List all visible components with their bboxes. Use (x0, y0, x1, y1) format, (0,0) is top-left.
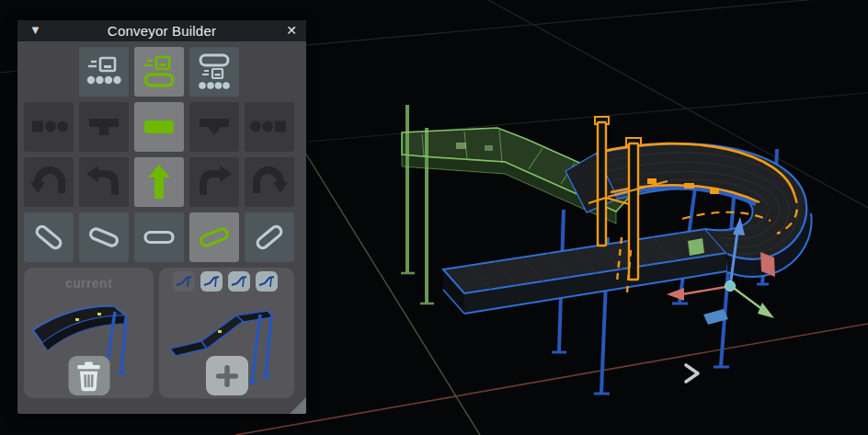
gizmo-x-arrow[interactable] (682, 286, 731, 294)
conveyor-type-belt-machine-dots-button[interactable] (189, 47, 239, 97)
direction-uturn-right-button[interactable] (245, 157, 294, 207)
belt-shape-tee-block-button[interactable] (79, 102, 129, 152)
saved-thumbnail-2[interactable] (200, 271, 223, 292)
slope-slope-flat-button[interactable] (134, 212, 184, 262)
slope-slope-up-button[interactable] (189, 212, 239, 262)
resize-handle[interactable] (290, 397, 306, 414)
slope-up-icon (194, 217, 234, 258)
tool-row-conveyor-type (24, 47, 300, 97)
current-label: current (24, 276, 154, 291)
uturn-right-icon (249, 162, 290, 202)
tool-row-slope (24, 212, 300, 262)
gizmo-center[interactable] (725, 281, 736, 292)
tool-row-direction (24, 157, 300, 207)
square-dot-dot-icon (29, 107, 69, 147)
x-axis-line (235, 324, 868, 435)
add-button[interactable] (206, 356, 248, 395)
collapse-triangle-icon[interactable]: ▼ (29, 22, 41, 39)
plus-icon (210, 359, 245, 394)
turn-left-icon (84, 162, 124, 202)
close-icon[interactable]: ✕ (286, 22, 297, 40)
tool-grid (17, 41, 306, 262)
mini-conveyor-icon (257, 273, 276, 290)
direction-straight-button[interactable] (134, 157, 184, 207)
gizmo-y-arrow[interactable] (731, 286, 763, 310)
direction-uturn-left-button[interactable] (24, 157, 74, 207)
piece-cards: current (17, 268, 306, 398)
slope-flat-icon (139, 217, 179, 258)
turn-right-icon (194, 162, 234, 202)
belt-shape-square-dot-dot-button[interactable] (24, 102, 74, 152)
gizmo-plane-green[interactable] (688, 238, 704, 256)
mini-conveyor-icon (230, 273, 248, 290)
conveyor-type-machine-dots-button[interactable] (79, 47, 129, 97)
belt-shape-tee-arrow-button[interactable] (189, 102, 239, 152)
saved-pieces-card (159, 268, 294, 398)
uturn-left-icon (29, 162, 69, 202)
delete-button[interactable] (68, 356, 109, 395)
mini-conveyor-icon (202, 273, 221, 290)
slope-slope-steep-down-button[interactable] (24, 212, 74, 262)
gizmo-x-arrowhead[interactable] (667, 288, 684, 301)
saved-thumbnails (173, 271, 278, 292)
flat-belt-icon (139, 107, 179, 147)
saved-thumbnail-4[interactable] (256, 271, 278, 292)
slope-steep-down-icon (29, 217, 69, 258)
straight-icon (139, 162, 179, 202)
belt-machine-dots-icon (194, 52, 234, 92)
tee-arrow-icon (194, 107, 234, 147)
direction-turn-right-button[interactable] (189, 157, 239, 207)
slope-steep-up-icon (249, 217, 290, 258)
panel-header[interactable]: ▼ Conveyor Builder ✕ (17, 20, 306, 41)
chevron-right-icon[interactable] (686, 365, 698, 382)
slope-down-icon (84, 217, 124, 258)
mini-conveyor-icon (175, 273, 193, 290)
trash-icon (72, 359, 107, 394)
slope-slope-steep-up-button[interactable] (245, 212, 294, 262)
conveyor-type-machine-belt-button[interactable] (134, 47, 184, 97)
belt-shape-dot-dot-square-button[interactable] (245, 102, 294, 152)
conveyor-builder-panel: ▼ Conveyor Builder ✕ current (17, 20, 306, 414)
tee-block-icon (84, 107, 124, 147)
dot-dot-square-icon (249, 107, 290, 147)
current-piece-card: current (24, 268, 154, 398)
saved-thumbnail-3[interactable] (228, 271, 250, 292)
gizmo-y-arrowhead[interactable] (758, 303, 774, 318)
machine-dots-icon (84, 52, 124, 92)
machine-belt-icon (139, 52, 179, 92)
tool-row-belt-shape (24, 102, 300, 152)
belt-shape-flat-belt-button[interactable] (134, 102, 184, 152)
direction-turn-left-button[interactable] (79, 157, 129, 207)
panel-title: Conveyor Builder (108, 23, 216, 39)
saved-thumbnail-1[interactable] (173, 271, 195, 292)
slope-slope-down-button[interactable] (79, 212, 129, 262)
